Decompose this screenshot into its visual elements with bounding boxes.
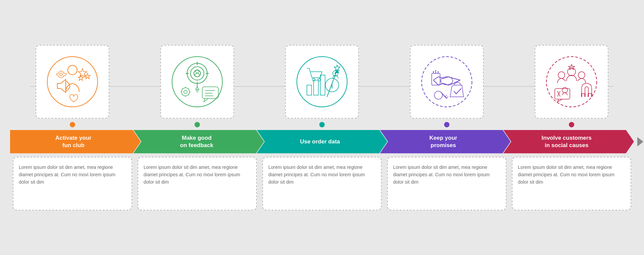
svg-marker-3 bbox=[85, 73, 90, 79]
svg-point-16 bbox=[184, 90, 187, 93]
icon-card-social-causes bbox=[509, 45, 634, 127]
svg-rect-17 bbox=[202, 87, 218, 99]
svg-point-8 bbox=[191, 67, 204, 80]
svg-rect-38 bbox=[432, 73, 440, 85]
dot-promises bbox=[444, 122, 449, 127]
promises-icon bbox=[420, 55, 474, 109]
icon-box-promises bbox=[410, 45, 484, 119]
dot-order-data bbox=[319, 122, 325, 127]
description-promises: Lorem ipsum dolor sit dim amet, mea regi… bbox=[393, 164, 500, 186]
arrow-item-order-data: Use order data bbox=[257, 130, 387, 153]
arrow-item-feedback: Make goodon feedback bbox=[133, 130, 264, 153]
text-card-order-data: Lorem ipsum dolor sit dim amet, mea regi… bbox=[262, 157, 382, 210]
svg-line-44 bbox=[445, 95, 447, 97]
icon-card-feedback bbox=[135, 45, 260, 127]
text-card-social-causes: Lorem ipsum dolor sit dim amet, mea regi… bbox=[512, 157, 631, 210]
text-card-feedback: Lorem ipsum dolor sit dim amet, mea regi… bbox=[138, 157, 257, 210]
icon-box-feedback bbox=[160, 45, 234, 119]
svg-point-23 bbox=[297, 57, 347, 107]
description-row: Lorem ipsum dolor sit dim amet, mea regi… bbox=[10, 153, 634, 210]
svg-point-42 bbox=[434, 91, 442, 99]
description-fun-club: Lorem ipsum dolor sit dim amet, mea regi… bbox=[19, 164, 126, 186]
arrow-label-fun-club: Activate yourfun club bbox=[49, 134, 102, 149]
svg-point-0 bbox=[47, 57, 98, 107]
arrow-item-fun-club: Activate yourfun club bbox=[10, 130, 141, 153]
infographic: Activate yourfun club Make goodon feedba… bbox=[10, 45, 634, 210]
svg-rect-24 bbox=[307, 85, 312, 95]
svg-marker-50 bbox=[569, 64, 575, 70]
svg-marker-4 bbox=[78, 75, 84, 80]
svg-point-49 bbox=[578, 72, 585, 78]
dot-fun-club bbox=[70, 122, 75, 127]
svg-rect-26 bbox=[320, 75, 325, 95]
arrow-shape-feedback: Make goodon feedback bbox=[133, 130, 264, 153]
text-card-promises: Lorem ipsum dolor sit dim amet, mea regi… bbox=[387, 157, 506, 210]
icon-row bbox=[10, 45, 634, 127]
svg-point-1 bbox=[68, 65, 77, 75]
svg-line-43 bbox=[441, 92, 447, 99]
arrow-shape-promises: Keep yourpromises bbox=[380, 130, 511, 153]
icon-card-promises bbox=[384, 45, 509, 127]
arrow-item-promises: Keep yourpromises bbox=[380, 130, 511, 153]
arrow-row: Activate yourfun club Make goodon feedba… bbox=[10, 130, 634, 153]
svg-rect-25 bbox=[314, 80, 318, 95]
arrow-shape-fun-club: Activate yourfun club bbox=[10, 130, 141, 153]
arrow-label-promises: Keep yourpromises bbox=[423, 134, 468, 149]
svg-point-5 bbox=[60, 73, 62, 76]
icon-box-order-data bbox=[285, 45, 359, 119]
arrow-label-social-causes: Involve customersin social causes bbox=[535, 134, 602, 149]
description-social-causes: Lorem ipsum dolor sit dim amet, mea regi… bbox=[518, 164, 625, 186]
social-causes-icon bbox=[545, 55, 598, 109]
fun-club-icon bbox=[46, 55, 99, 109]
icon-card-order-data bbox=[260, 45, 384, 127]
description-feedback: Lorem ipsum dolor sit dim amet, mea regi… bbox=[144, 164, 251, 186]
dot-social-causes bbox=[569, 122, 574, 127]
svg-point-47 bbox=[568, 68, 576, 76]
icon-box-social-causes bbox=[535, 45, 608, 119]
svg-line-45 bbox=[446, 97, 448, 99]
svg-point-36 bbox=[422, 57, 472, 107]
arrow-shape-order-data: Use order data bbox=[257, 130, 387, 153]
arrow-label-order-data: Use order data bbox=[293, 138, 351, 145]
icon-card-fun-club bbox=[10, 45, 135, 127]
icon-box-fun-club bbox=[36, 45, 109, 119]
arrow-item-social-causes: Involve customersin social causes bbox=[503, 130, 634, 153]
svg-point-48 bbox=[558, 72, 565, 78]
dot-feedback bbox=[195, 122, 200, 127]
end-arrow-icon bbox=[637, 137, 643, 146]
order-data-icon bbox=[295, 55, 349, 109]
arrow-label-feedback: Make goodon feedback bbox=[173, 134, 224, 149]
svg-point-37 bbox=[441, 77, 453, 85]
text-card-fun-club: Lorem ipsum dolor sit dim amet, mea regi… bbox=[13, 157, 132, 210]
arrow-shape-social-causes: Involve customersin social causes bbox=[503, 130, 634, 153]
description-order-data: Lorem ipsum dolor sit dim amet, mea regi… bbox=[268, 164, 376, 186]
feedback-icon bbox=[170, 55, 224, 109]
